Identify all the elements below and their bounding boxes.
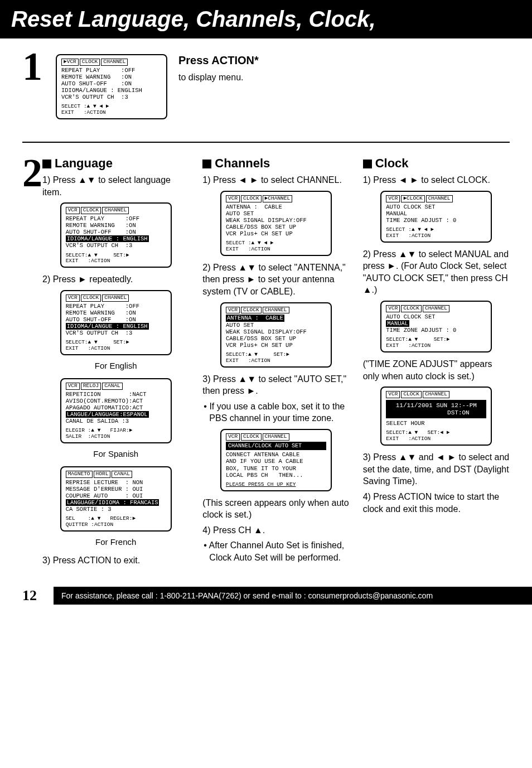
tab: CLOCK bbox=[241, 307, 262, 314]
lang-screen-fr: MAGNETO HORL CANAL REPRISE LECTURE : NON… bbox=[60, 466, 172, 532]
row: REMOTE WARNING :ON bbox=[66, 310, 166, 316]
step-1-number: 1 bbox=[22, 50, 56, 84]
row: AUTO CLOCK SET bbox=[386, 313, 486, 320]
row: AVISO(CONT.REMOTO):ACT bbox=[66, 398, 166, 404]
tab: CHANNEL bbox=[102, 294, 129, 302]
row-hl: ANTENNA : CABLE bbox=[226, 315, 284, 321]
s1-row: AUTO SHUT-OFF :ON bbox=[61, 80, 162, 87]
footer: SELECT:▲ ▼ SET:◄ ► EXIT :ACTION bbox=[386, 430, 486, 442]
row-hl: IDIOMA/LANGUE : ENGLISH bbox=[66, 235, 149, 242]
row: VCR'S OUTPUT CH :3 bbox=[66, 330, 166, 336]
clk-i2: 2) Press ▲▼ to select MANUAL and press ►… bbox=[363, 248, 510, 296]
clk-screen-b: VCR CLOCK CHANNEL AUTO CLOCK SET MANUAL … bbox=[380, 301, 492, 352]
lang-screen-en: VCR CLOCK CHANNEL REPEAT PLAY :OFF REMOT… bbox=[60, 290, 172, 355]
tab: MAGNETO bbox=[66, 471, 93, 478]
tab: CANAL bbox=[112, 471, 132, 478]
col-language: Language 1) Press ▲▼ to select language … bbox=[42, 156, 189, 570]
row-hl: MANUAL bbox=[386, 320, 409, 327]
big-hl: CHANNEL/CLOCK AUTO SET bbox=[226, 442, 326, 451]
row: REMOTE WARNING :ON bbox=[66, 222, 166, 229]
footer: SELECT:▲ ▼ SET:► EXIT :ACTION bbox=[66, 340, 166, 352]
tab: VCR bbox=[226, 433, 240, 441]
tab: RELOJ bbox=[81, 383, 101, 390]
tab: ►CLOCK bbox=[401, 195, 424, 202]
step-2-number: 2 bbox=[22, 156, 42, 190]
tab: CLOCK bbox=[401, 305, 422, 312]
page-number: 12 bbox=[0, 587, 54, 604]
lang-i1: 1) Press ▲▼ to select language item. bbox=[42, 174, 189, 198]
page-footer: 12 For assistance, please call : 1-800-2… bbox=[0, 587, 532, 605]
clk-note: ("TIME ZONE ADJUST" appears only when au… bbox=[363, 358, 510, 382]
ch-i3: 3) Press ▲▼ to select "AUTO SET," then p… bbox=[202, 373, 349, 397]
row: ANTENNA : CABLE bbox=[226, 204, 326, 210]
row-hl: IDIOMA/LANGUE : ENGLISH bbox=[66, 323, 149, 330]
cap-es: For Spanish bbox=[42, 449, 189, 458]
row: TIME ZONE ADJUST : 0 bbox=[386, 327, 486, 334]
row: CANAL DE SALIDA :3 bbox=[66, 418, 166, 424]
tab: VCR bbox=[226, 195, 240, 202]
lang-i2: 2) Press ► repeatedly. bbox=[42, 273, 189, 286]
clk-screen-a: VCR ►CLOCK CHANNEL AUTO CLOCK SET MANUAL… bbox=[380, 191, 492, 243]
row: WEAK SIGNAL DISPLAY:OFF bbox=[226, 329, 326, 335]
ch-b3: • If you use a cable box, set it to the … bbox=[202, 400, 349, 424]
cap-en: For English bbox=[42, 361, 189, 370]
tab: ►CHANNEL bbox=[263, 195, 293, 202]
tab: CLOCK bbox=[81, 207, 101, 214]
clk-screen-c: VCR CLOCK CHANNEL 11/11/2001 SUN 12:--PM… bbox=[380, 387, 492, 446]
lang-title: Language bbox=[42, 156, 189, 171]
ch-screen-c: VCR CLOCK CHANNEL CHANNEL/CLOCK AUTO SET… bbox=[220, 429, 332, 491]
row: CABLE/DSS BOX SET UP bbox=[226, 335, 326, 342]
datetime: 11/11/2001 SUN 12:--PM DST:ON bbox=[386, 400, 486, 418]
ch-b4: • After Channel Auto Set is finished, Cl… bbox=[202, 539, 349, 563]
row: LOCAL PBS CH THEN... bbox=[226, 472, 326, 479]
row: AND IF YOU USE A CABLE bbox=[226, 458, 326, 465]
tab: CHANNEL bbox=[426, 195, 453, 202]
row: REPEAT PLAY :OFF bbox=[66, 215, 166, 222]
footer: SELECT:▲ ▼ SET:► EXIT :ACTION bbox=[226, 352, 326, 364]
step-1: 1 ►VCR CLOCK CHANNEL REPEAT PLAY :OFF RE… bbox=[22, 50, 510, 125]
lang-screen-es: VCR RELOJ CANAL REPETICION :NACT AVISO(C… bbox=[60, 378, 172, 443]
lang-i3: 3) Press ACTION to exit. bbox=[42, 554, 189, 567]
footer: PLEASE PRESS CH UP KEY bbox=[226, 482, 326, 488]
s1-row: IDIOMA/LANGUE : ENGLISH bbox=[61, 87, 162, 94]
row: SELECT HOUR bbox=[386, 420, 486, 427]
assist-text: For assistance, please call : 1-800-211-… bbox=[54, 587, 532, 605]
tab: VCR bbox=[386, 195, 400, 202]
tab: CLOCK bbox=[241, 433, 262, 441]
s1-footer: SELECT :▲ ▼ ◄ ► EXIT :ACTION bbox=[61, 104, 162, 116]
row: AUTO SHUT-OFF :ON bbox=[66, 316, 166, 323]
footer: SEL :▲ ▼ REGLER:► QUITTER :ACTION bbox=[66, 516, 166, 528]
step1-sub: to display menu. bbox=[178, 71, 510, 84]
lang-screen-1: VCR CLOCK CHANNEL REPEAT PLAY :OFF REMOT… bbox=[60, 202, 172, 268]
row: APAGADO AUTOMATICO:ACT bbox=[66, 404, 166, 411]
tab: VCR bbox=[66, 207, 80, 214]
ch-i2: 2) Press ▲▼ to select "ANTENNA," then pr… bbox=[202, 262, 349, 298]
footer: SELECT:▲ ▼ SET:► EXIT :ACTION bbox=[66, 253, 166, 265]
step-2: 2 Language 1) Press ▲▼ to select languag… bbox=[22, 156, 510, 570]
footer: SELECT:▲ ▼ SET:► EXIT :ACTION bbox=[386, 337, 486, 349]
clk-i1: 1) Press ◄ ► to select CLOCK. bbox=[363, 174, 510, 186]
footer: SELECT :▲ ▼ ◄ ► EXIT :ACTION bbox=[226, 240, 326, 253]
step1-heading: Press ACTION* bbox=[178, 53, 510, 68]
tab: CHANNEL bbox=[263, 307, 289, 314]
ch-title-text: Channels bbox=[215, 156, 270, 170]
row-hl: LANGUAGE/IDIOMA : FRANCAIS bbox=[66, 499, 159, 506]
tab-channel: CHANNEL bbox=[101, 59, 128, 66]
ch-i4: 4) Press CH ▲. bbox=[202, 524, 349, 537]
tab: CLOCK bbox=[401, 391, 422, 398]
tab: VCR bbox=[386, 305, 400, 312]
footer: ELEGIR :▲ ▼ FIJAR:► SALIR :ACTION bbox=[66, 428, 166, 440]
row: VCR Plus+ CH SET UP bbox=[226, 342, 326, 349]
tab-clock: CLOCK bbox=[80, 59, 100, 66]
row: CABLE/DSS BOX SET UP bbox=[226, 224, 326, 230]
row: REPETICION :NACT bbox=[66, 391, 166, 398]
row: REPRISE LECTURE : NON bbox=[66, 479, 166, 486]
tab: VCR bbox=[66, 383, 80, 390]
step1-screen: ►VCR CLOCK CHANNEL REPEAT PLAY :OFF REMO… bbox=[56, 54, 167, 119]
row: AUTO SET bbox=[226, 322, 326, 329]
ch-screen-b: VCR CLOCK CHANNEL ANTENNA : CABLE AUTO S… bbox=[220, 302, 332, 368]
tab: CHANNEL bbox=[423, 305, 449, 312]
tab: CHANNEL bbox=[263, 433, 289, 441]
ch-i1: 1) Press ◄ ► to select CHANNEL. bbox=[202, 174, 349, 186]
clk-i3: 3) Press ▲▼ and ◄ ► to select and set th… bbox=[363, 451, 510, 487]
